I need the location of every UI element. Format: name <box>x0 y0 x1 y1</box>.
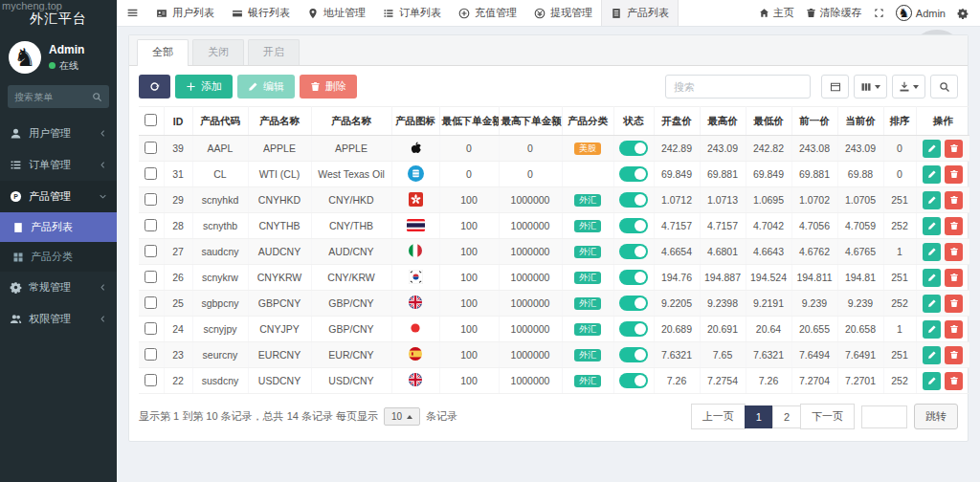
cell-icon <box>391 136 439 162</box>
search-button[interactable] <box>930 75 958 99</box>
fullscreen-icon[interactable] <box>874 8 884 18</box>
sidebar-search-input[interactable] <box>14 92 92 102</box>
topbar-tab-订单列表[interactable]: 订单列表 <box>374 0 450 26</box>
row-edit-button[interactable] <box>923 165 941 184</box>
columns-button[interactable] <box>854 75 887 99</box>
card-view-button[interactable] <box>821 75 849 99</box>
edit-button[interactable]: 编辑 <box>237 75 295 99</box>
jump-page-input[interactable] <box>861 405 907 428</box>
cell-status <box>613 265 654 291</box>
topbar-tab-充值管理[interactable]: 充值管理 <box>450 0 525 26</box>
filter-tab-关闭[interactable]: 关闭 <box>192 39 244 65</box>
cell-open: 20.689 <box>654 317 700 342</box>
row-edit-button[interactable] <box>923 346 941 364</box>
cell-name: USDCNY <box>248 368 311 394</box>
status-toggle[interactable] <box>619 321 648 337</box>
cell-prev: 4.6762 <box>791 239 837 265</box>
row-checkbox[interactable] <box>145 193 157 206</box>
row-delete-button[interactable] <box>945 165 963 184</box>
settings-gear-icon[interactable] <box>957 8 969 19</box>
sidebar-item-产品列表[interactable]: 产品列表 <box>0 212 117 242</box>
row-delete-button[interactable] <box>945 217 963 235</box>
row-edit-button[interactable] <box>923 140 941 158</box>
status-toggle[interactable] <box>619 270 648 285</box>
cell-code: scnykrw <box>192 265 248 291</box>
select-all-checkbox[interactable] <box>145 114 157 126</box>
status-toggle[interactable] <box>619 373 648 388</box>
sidebar-item-常规管理[interactable]: 常规管理 <box>0 272 117 303</box>
per-page-select[interactable]: 10 <box>384 407 420 426</box>
delete-button[interactable]: 删除 <box>300 75 357 99</box>
row-checkbox[interactable] <box>145 271 157 283</box>
topbar-tab-用户列表[interactable]: 用户列表 <box>147 0 223 26</box>
filter-tabs: 全部关闭开启 <box>129 35 968 66</box>
row-edit-button[interactable] <box>923 243 941 261</box>
row-edit-button[interactable] <box>923 372 941 390</box>
search-icon <box>92 92 102 102</box>
hamburger-icon[interactable] <box>117 0 147 26</box>
refresh-button[interactable] <box>139 75 170 99</box>
row-delete-button[interactable] <box>945 243 963 261</box>
topbar-tab-产品列表[interactable]: 产品列表 <box>601 0 679 26</box>
sidebar-item-权限管理[interactable]: 权限管理 <box>0 303 117 335</box>
sidebar-item-产品分类[interactable]: 产品分类 <box>0 242 117 272</box>
row-checkbox[interactable] <box>145 245 157 257</box>
pagination: 上一页12下一页跳转 <box>692 404 958 429</box>
status-toggle[interactable] <box>619 244 648 259</box>
export-button[interactable] <box>892 75 925 99</box>
row-checkbox[interactable] <box>145 142 157 154</box>
row-checkbox[interactable] <box>145 296 157 309</box>
topbar-user[interactable]: ♞Admin <box>896 5 946 21</box>
add-button[interactable]: 添加 <box>175 75 233 99</box>
topbar-tab-提现管理[interactable]: 提现管理 <box>525 0 601 26</box>
row-edit-button[interactable] <box>923 320 941 339</box>
row-delete-button[interactable] <box>945 346 963 364</box>
prev-page-button[interactable]: 上一页 <box>691 404 746 429</box>
row-delete-button[interactable] <box>945 269 963 287</box>
flag-es-icon <box>409 347 422 361</box>
next-page-button[interactable]: 下一页 <box>800 404 855 429</box>
row-edit-button[interactable] <box>923 269 941 287</box>
topbar-tab-地址管理[interactable]: 地址管理 <box>299 0 374 26</box>
topbar-link-清除缓存[interactable]: 清除缓存 <box>806 6 862 20</box>
status-toggle[interactable] <box>619 141 648 156</box>
sidebar-item-用户管理[interactable]: 用户管理 <box>0 118 117 149</box>
cell-low: 4.6643 <box>746 239 791 265</box>
row-checkbox[interactable] <box>145 167 157 180</box>
cell-low: 9.2191 <box>746 291 791 317</box>
sidebar-item-订单管理[interactable]: 订单管理 <box>0 149 117 181</box>
status-toggle[interactable] <box>619 218 648 233</box>
row-checkbox[interactable] <box>145 348 157 361</box>
table-search-input[interactable] <box>665 75 811 99</box>
table-wrapper: ID产品代码产品名称产品名称产品图标最低下单金额最高下单金额产品分类状态开盘价最… <box>129 106 968 394</box>
sidebar-item-产品管理[interactable]: P产品管理 <box>0 181 117 212</box>
status-toggle[interactable] <box>619 347 648 362</box>
row-checkbox[interactable] <box>145 219 157 231</box>
status-toggle[interactable] <box>619 296 648 311</box>
page-button-2[interactable]: 2 <box>772 405 801 428</box>
topbar-link-主页[interactable]: 主页 <box>759 6 794 20</box>
topbar-tab-银行列表[interactable]: 银行列表 <box>223 0 299 26</box>
row-checkbox[interactable] <box>145 374 157 386</box>
row-delete-button[interactable] <box>945 191 963 209</box>
filter-tab-全部[interactable]: 全部 <box>137 39 189 66</box>
cell-current: 9.239 <box>837 291 883 317</box>
row-delete-button[interactable] <box>945 320 963 339</box>
row-checkbox[interactable] <box>145 322 157 335</box>
row-edit-button[interactable] <box>923 191 941 209</box>
cell-sort: 251 <box>883 187 916 213</box>
row-delete-button[interactable] <box>945 372 963 390</box>
status-toggle[interactable] <box>619 192 648 208</box>
status-toggle[interactable] <box>619 166 648 182</box>
filter-tab-开启[interactable]: 开启 <box>248 39 300 65</box>
row-edit-button[interactable] <box>923 295 941 313</box>
cell-name-en: EUR/CNY <box>311 342 391 368</box>
row-delete-button[interactable] <box>945 295 963 313</box>
category-badge: 外汇 <box>574 349 601 362</box>
cell-prev: 69.881 <box>791 162 837 187</box>
jump-button[interactable]: 跳转 <box>914 404 958 429</box>
page-button-1[interactable]: 1 <box>745 405 773 428</box>
cell-sort: 251 <box>883 265 916 291</box>
row-edit-button[interactable] <box>923 217 941 235</box>
row-delete-button[interactable] <box>945 140 963 158</box>
